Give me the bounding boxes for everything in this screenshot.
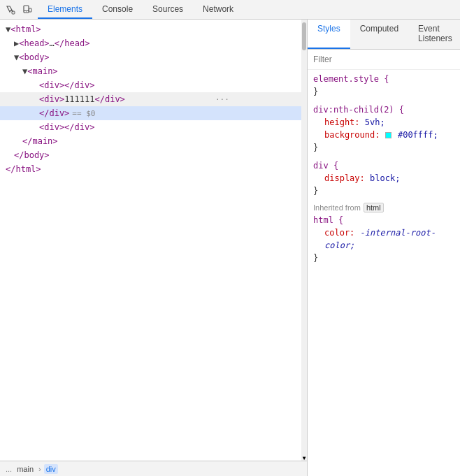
styles-subtabs: Styles Computed Event Listeners [308, 20, 460, 50]
tab-sources[interactable]: Sources [143, 0, 193, 19]
svg-point-3 [26, 11, 27, 12]
dom-panel-inner: ▼ <html> ▶ <head> … </head> ▼ <body> [0, 20, 307, 461]
main-layout: ▼ <html> ▶ <head> … </head> ▼ <body> [0, 20, 460, 476]
dom-line-div1[interactable]: <div></div> [0, 78, 301, 92]
color-swatch-cyan[interactable] [385, 132, 391, 138]
prop-color[interactable]: color: -internal-root-color; [313, 226, 454, 252]
subtab-event-listeners[interactable]: Event Listeners [408, 20, 460, 49]
styles-panel: Styles Computed Event Listeners element.… [308, 20, 460, 476]
tab-console[interactable]: Console [92, 0, 143, 19]
close-div: } [313, 185, 454, 197]
dom-line-div3[interactable]: </div> == $0 [0, 106, 301, 120]
close-nth-child: } [313, 141, 454, 154]
prop-background[interactable]: background: #00ffff; [313, 129, 454, 141]
dom-line-body-close[interactable]: </body> [0, 148, 301, 162]
breadcrumb-main[interactable]: main [15, 464, 36, 474]
dom-tree[interactable]: ▼ <html> ▶ <head> … </head> ▼ <body> [0, 20, 301, 461]
styles-filter [308, 50, 460, 70]
filter-input[interactable] [313, 52, 454, 66]
prop-display[interactable]: display: block; [313, 172, 454, 185]
dom-line-div2[interactable]: ··· <div> 111111 </div> [0, 92, 301, 106]
dom-line-div4[interactable]: <div></div> [0, 120, 301, 134]
dom-panel: ▼ <html> ▶ <head> … </head> ▼ <body> [0, 20, 308, 476]
css-rules-content: element.style { } div:nth-child(2) { hei… [308, 70, 460, 476]
dom-scrollbar[interactable]: ▾ [301, 20, 307, 461]
main-tabs: Elements Console Sources Network [38, 0, 460, 19]
css-rule-html: html { color: -internal-root-color; } [313, 214, 454, 264]
dom-line-html[interactable]: ▼ <html> [0, 22, 301, 36]
scroll-thumb[interactable] [302, 22, 306, 50]
inherited-label: Inherited from html [313, 203, 454, 212]
dom-line-main-close[interactable]: </main> [0, 134, 301, 148]
device-icon[interactable] [20, 2, 35, 17]
breadcrumb-dots: ... [6, 465, 12, 473]
dom-line-main[interactable]: ▼ <main> [0, 64, 301, 78]
dom-line-head[interactable]: ▶ <head> … </head> [0, 36, 301, 50]
selector-nth-child[interactable]: div:nth-child(2) { [313, 105, 404, 115]
devtools-toolbar: Elements Console Sources Network [0, 0, 460, 20]
css-rule-element-style: element.style { } [313, 73, 454, 98]
svg-rect-4 [29, 8, 32, 12]
subtab-computed[interactable]: Computed [350, 20, 408, 49]
selector-html[interactable]: html { [313, 215, 343, 225]
css-rule-nth-child: div:nth-child(2) { height: 5vh; backgrou… [313, 103, 454, 154]
selector-element-style[interactable]: element.style { [313, 74, 389, 84]
breadcrumb-div[interactable]: div [44, 464, 58, 474]
prop-height[interactable]: height: 5vh; [313, 116, 454, 129]
css-rule-div: div { display: block; } [313, 159, 454, 197]
close-element-style: } [313, 85, 454, 98]
dom-bottom-bar: ... main › div [0, 461, 307, 476]
dom-line-body[interactable]: ▼ <body> [0, 50, 301, 64]
subtab-styles[interactable]: Styles [308, 20, 350, 49]
scroll-down-arrow[interactable]: ▾ [301, 455, 307, 461]
inherited-tag-html[interactable]: html [364, 203, 384, 212]
dom-line-html-close[interactable]: </html> [0, 162, 301, 176]
tab-elements[interactable]: Elements [38, 0, 92, 19]
toolbar-icons [0, 2, 38, 17]
inspect-icon[interactable] [3, 2, 18, 17]
selector-div[interactable]: div { [313, 161, 338, 171]
tab-network[interactable]: Network [193, 0, 243, 19]
close-html: } [313, 252, 454, 264]
